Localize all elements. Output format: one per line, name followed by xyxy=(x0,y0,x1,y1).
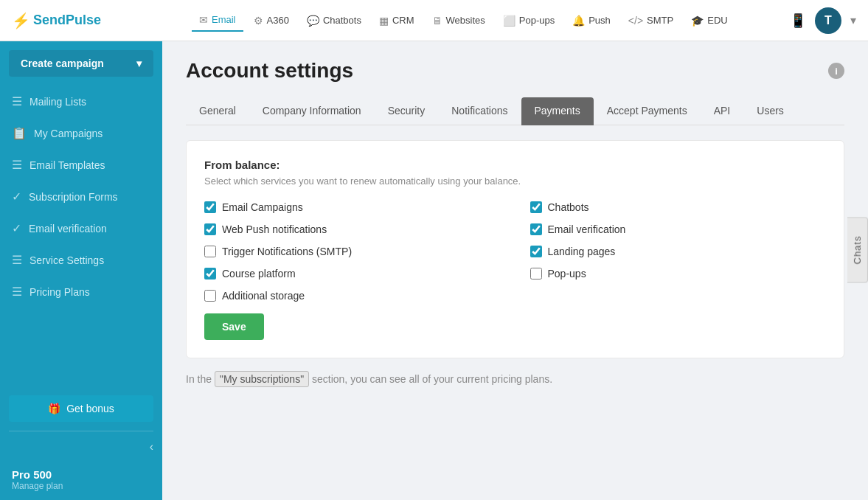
page-title: Account settings xyxy=(186,59,353,83)
sidebar-item-subscription-forms[interactable]: ✓ Subscription Forms xyxy=(0,181,162,212)
tab-company-information[interactable]: Company Information xyxy=(249,97,375,125)
chats-tab[interactable]: Chats xyxy=(847,218,868,283)
sidebar-item-service-settings[interactable]: ☰ Service Settings xyxy=(0,244,162,276)
tabs: General Company Information Security Not… xyxy=(186,97,844,125)
page-title-row: Account settings i xyxy=(186,59,844,83)
checkbox-additional-storage-input[interactable] xyxy=(204,290,216,302)
sidebar-item-email-verification[interactable]: ✓ Email verification xyxy=(0,212,162,244)
nav-item-edu[interactable]: 🎓 EDU xyxy=(684,10,735,31)
checkbox-web-push-input[interactable] xyxy=(204,223,216,235)
manage-plan-link[interactable]: Manage plan xyxy=(12,481,150,491)
tab-security[interactable]: Security xyxy=(375,97,439,125)
footer-text: In the "My subscriptions" section, you c… xyxy=(186,373,844,385)
get-bonus-button[interactable]: 🎁 Get bonus xyxy=(9,395,153,422)
sidebar-collapse: ‹ xyxy=(0,434,162,459)
tab-payments[interactable]: Payments xyxy=(521,97,594,125)
sidebar-item-email-templates[interactable]: ☰ Email Templates xyxy=(0,149,162,181)
tab-accept-payments[interactable]: Accept Payments xyxy=(594,97,701,125)
checkbox-trigger-smtp-input[interactable] xyxy=(204,246,216,257)
main-content: Account settings i General Company Infor… xyxy=(162,41,868,500)
sidebar-divider xyxy=(9,431,153,431)
card-subtitle: Select which services you want to renew … xyxy=(204,176,826,187)
info-icon[interactable]: i xyxy=(828,63,844,79)
service-settings-icon: ☰ xyxy=(12,253,22,267)
checkbox-email-verification[interactable]: Email verification xyxy=(530,223,827,235)
websites-icon: 🖥 xyxy=(432,15,442,27)
checkbox-email-campaigns-input[interactable] xyxy=(204,201,216,213)
logo-text: SendPulse xyxy=(33,13,101,28)
save-button[interactable]: Save xyxy=(204,313,264,340)
payments-card: From balance: Select which services you … xyxy=(186,140,844,358)
checkboxes-grid: Email Campaigns Chatbots Web Push notifi… xyxy=(204,201,826,302)
popups-icon: ⬜ xyxy=(503,15,515,27)
sidebar: Create campaign ▾ ☰ Mailing Lists 📋 My C… xyxy=(0,41,162,500)
nav-item-chatbots[interactable]: 💬 Chatbots xyxy=(299,10,369,31)
nav-right: 📱 T ▾ xyxy=(790,7,856,34)
avatar[interactable]: T xyxy=(815,7,841,34)
subscription-forms-icon: ✓ xyxy=(12,190,21,204)
dropdown-arrow-icon: ▾ xyxy=(136,58,142,69)
checkbox-email-verification-input[interactable] xyxy=(530,223,542,235)
nav-item-push[interactable]: 🔔 Push xyxy=(565,10,618,31)
checkbox-chatbots[interactable]: Chatbots xyxy=(530,201,827,213)
checkbox-additional-storage[interactable]: Additional storage xyxy=(204,290,501,302)
logo-icon: ⚡ xyxy=(12,12,30,29)
my-campaigns-icon: 📋 xyxy=(12,126,27,140)
edu-icon: 🎓 xyxy=(691,15,704,27)
sidebar-bottom: Pro 500 Manage plan xyxy=(0,459,162,500)
plan-name: Pro 500 xyxy=(12,468,150,481)
email-icon: ✉ xyxy=(199,14,208,26)
mailing-lists-icon: ☰ xyxy=(12,94,22,108)
sidebar-nav: ☰ Mailing Lists 📋 My Campaigns ☰ Email T… xyxy=(0,86,162,389)
nav-item-crm[interactable]: ▦ CRM xyxy=(372,10,422,31)
card-title: From balance: xyxy=(204,159,826,171)
checkbox-course-platform[interactable]: Course platform xyxy=(204,268,501,279)
nav-item-popups[interactable]: ⬜ Pop-ups xyxy=(496,10,562,31)
nav-item-smtp[interactable]: </> SMTP xyxy=(621,10,681,31)
email-verification-icon: ✓ xyxy=(12,221,21,235)
a360-icon: ⚙ xyxy=(254,15,263,27)
tab-api[interactable]: API xyxy=(701,97,744,125)
checkbox-email-campaigns[interactable]: Email Campaigns xyxy=(204,201,501,213)
pricing-plans-icon: ☰ xyxy=(12,285,22,299)
sidebar-item-mailing-lists[interactable]: ☰ Mailing Lists xyxy=(0,86,162,117)
sidebar-item-pricing-plans[interactable]: ☰ Pricing Plans xyxy=(0,276,162,308)
checkbox-trigger-smtp[interactable]: Trigger Notifications (SMTP) xyxy=(204,246,501,257)
tab-users[interactable]: Users xyxy=(743,97,797,125)
checkbox-landing-pages[interactable]: Landing pages xyxy=(530,246,827,257)
checkbox-web-push[interactable]: Web Push notifications xyxy=(204,223,501,235)
create-campaign-button[interactable]: Create campaign ▾ xyxy=(9,50,153,77)
nav-item-email[interactable]: ✉ Email xyxy=(192,10,243,32)
checkbox-chatbots-input[interactable] xyxy=(530,201,542,213)
tab-notifications[interactable]: Notifications xyxy=(438,97,521,125)
checkbox-popups-input[interactable] xyxy=(530,268,542,279)
push-icon: 🔔 xyxy=(572,15,585,27)
my-subscriptions-link[interactable]: "My subscriptions" xyxy=(215,371,309,387)
nav-item-websites[interactable]: 🖥 Websites xyxy=(425,10,493,31)
avatar-caret-icon[interactable]: ▾ xyxy=(850,13,856,27)
checkbox-course-platform-input[interactable] xyxy=(204,268,216,279)
sidebar-item-my-campaigns[interactable]: 📋 My Campaigns xyxy=(0,117,162,149)
crm-icon: ▦ xyxy=(379,15,389,27)
sidebar-collapse-button[interactable]: ‹ xyxy=(150,440,153,454)
email-templates-icon: ☰ xyxy=(12,158,22,172)
tab-general[interactable]: General xyxy=(186,97,249,125)
checkbox-landing-pages-input[interactable] xyxy=(530,246,542,257)
mobile-icon[interactable]: 📱 xyxy=(790,13,806,29)
gift-icon: 🎁 xyxy=(48,403,60,414)
chatbots-icon: 💬 xyxy=(307,15,319,27)
main-layout: Create campaign ▾ ☰ Mailing Lists 📋 My C… xyxy=(0,41,868,500)
nav-items: ✉ Email ⚙ A360 💬 Chatbots ▦ CRM 🖥 Websit… xyxy=(192,10,790,32)
nav-item-a360[interactable]: ⚙ A360 xyxy=(246,10,296,31)
top-navigation: ⚡ SendPulse ✉ Email ⚙ A360 💬 Chatbots ▦ … xyxy=(0,0,868,41)
smtp-icon: </> xyxy=(628,15,643,27)
logo[interactable]: ⚡ SendPulse xyxy=(12,12,174,29)
checkbox-popups[interactable]: Pop-ups xyxy=(530,268,827,279)
